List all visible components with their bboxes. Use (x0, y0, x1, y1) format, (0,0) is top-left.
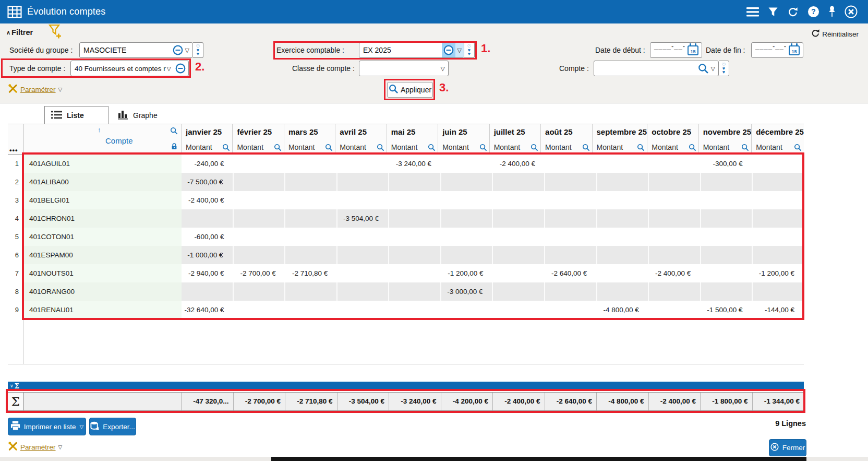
amount-cell[interactable]: -4 800,00 € (596, 301, 648, 319)
parametrer-link[interactable]: Paramétrer ▽ (8, 84, 62, 96)
chevron-down-icon[interactable]: ▽ (455, 43, 464, 57)
amount-cell[interactable] (285, 301, 337, 319)
amount-cell[interactable] (284, 173, 336, 191)
amount-cell[interactable] (492, 209, 544, 228)
amount-cell[interactable]: -2 400,00 € (493, 155, 545, 173)
account-cell[interactable]: 401AGUIL01 (24, 155, 182, 173)
amount-cell[interactable]: -2 400,00 € (182, 191, 233, 209)
amount-cell[interactable] (545, 301, 596, 319)
account-column-header[interactable]: ↑ Compte (24, 124, 182, 154)
amount-cell[interactable] (233, 209, 285, 228)
account-cell[interactable]: 401NOUTS01 (24, 264, 182, 282)
amount-cell[interactable] (182, 282, 233, 301)
amount-cell[interactable] (648, 173, 700, 191)
amount-cell[interactable] (596, 264, 648, 282)
amount-cell[interactable] (752, 209, 804, 228)
amount-cell[interactable] (596, 246, 648, 264)
amount-cell[interactable]: -1 200,00 € (441, 264, 492, 282)
amount-cell[interactable]: -2 400,00 € (648, 264, 700, 282)
chevron-down-icon[interactable]: ▽ (441, 65, 445, 72)
amount-cell[interactable]: -2 710,80 € (285, 264, 337, 282)
table-row[interactable]: 7401NOUTS01-2 940,00 €-2 700,00 €-2 710,… (8, 264, 804, 282)
amount-cell[interactable]: -1 500,00 € (700, 301, 752, 319)
amount-cell[interactable] (700, 264, 752, 282)
classe-compte-select[interactable]: ▽ (359, 61, 449, 76)
account-cell[interactable]: 401ALIBA00 (24, 173, 182, 191)
lock-icon[interactable] (171, 143, 177, 152)
chevron-down-icon[interactable]: ▽ (167, 65, 171, 72)
chevron-down-icon[interactable]: ▽ (711, 65, 715, 72)
amount-cell[interactable] (284, 282, 336, 301)
search-icon[interactable] (222, 144, 230, 151)
amount-cell[interactable] (596, 191, 648, 209)
amount-cell[interactable] (700, 246, 752, 264)
amount-cell[interactable] (545, 228, 596, 246)
amount-cell[interactable] (544, 209, 596, 228)
amount-cell[interactable] (648, 209, 700, 228)
search-icon[interactable] (325, 144, 333, 151)
month-column-header[interactable]: février 25Montant (233, 124, 284, 154)
search-icon[interactable] (377, 144, 384, 151)
amount-cell[interactable]: -300,00 € (700, 155, 752, 173)
amount-cell[interactable] (492, 173, 544, 191)
search-icon[interactable] (274, 144, 282, 151)
calendar-icon[interactable]: 15 (688, 45, 698, 55)
amount-cell[interactable]: -32 640,00 € (182, 301, 233, 319)
totals-collapse-bar[interactable]: ∨ Σ (8, 382, 804, 390)
amount-cell[interactable] (752, 282, 804, 301)
amount-cell[interactable] (388, 282, 440, 301)
account-cell[interactable]: 401RENAU01 (24, 301, 182, 319)
table-row[interactable]: 5401COTON01-600,00 € (8, 228, 804, 246)
amount-cell[interactable] (752, 173, 804, 191)
table-row[interactable]: 6401ESPAM00-1 000,00 € (8, 246, 804, 264)
amount-cell[interactable] (233, 282, 285, 301)
amount-cell[interactable] (596, 155, 648, 173)
amount-cell[interactable] (648, 246, 700, 264)
amount-cell[interactable]: -240,00 € (182, 155, 233, 173)
menu-icon[interactable] (746, 7, 759, 17)
amount-cell[interactable] (648, 282, 700, 301)
amount-cell[interactable] (388, 209, 440, 228)
parametrer-link-bottom[interactable]: Paramétrer ▽ (8, 441, 62, 453)
search-icon[interactable] (170, 127, 178, 137)
amount-cell[interactable] (596, 209, 648, 228)
month-column-header[interactable]: octobre 25Montant (647, 124, 698, 154)
table-row[interactable]: 4401CHRON01-3 504,00 € (8, 209, 804, 228)
amount-cell[interactable]: -2 640,00 € (545, 264, 596, 282)
minus-circle-icon[interactable] (175, 63, 186, 74)
amount-cell[interactable] (648, 191, 700, 209)
chevron-down-icon[interactable]: ▽ (185, 47, 189, 54)
refresh-icon[interactable] (787, 6, 799, 18)
amount-cell[interactable] (388, 173, 440, 191)
amount-cell[interactable] (648, 301, 700, 319)
amount-cell[interactable]: -1 200,00 € (752, 264, 804, 282)
amount-cell[interactable] (700, 228, 752, 246)
amount-cell[interactable] (285, 155, 337, 173)
amount-cell[interactable] (440, 173, 492, 191)
month-column-header[interactable]: août 25Montant (541, 124, 592, 154)
amount-cell[interactable] (492, 246, 544, 264)
month-column-header[interactable]: décembre 25Montant (752, 124, 804, 154)
amount-cell[interactable]: -2 940,00 € (182, 264, 233, 282)
amount-cell[interactable] (648, 228, 700, 246)
compte-input[interactable]: ▽ (594, 61, 719, 76)
search-icon[interactable] (794, 144, 802, 151)
amount-cell[interactable] (336, 282, 389, 301)
amount-cell[interactable] (233, 191, 285, 209)
amount-cell[interactable] (441, 228, 492, 246)
search-icon[interactable] (428, 144, 436, 151)
amount-cell[interactable] (493, 191, 545, 209)
amount-cell[interactable]: -2 700,00 € (233, 264, 285, 282)
close-icon[interactable] (845, 5, 858, 18)
pin-icon[interactable] (828, 6, 836, 18)
amount-cell[interactable]: -1 000,00 € (182, 246, 233, 264)
reset-button[interactable]: Réinitialiser (811, 29, 859, 39)
table-row[interactable]: 3401BELGI01-2 400,00 € (8, 191, 804, 209)
add-filter-icon[interactable] (49, 24, 63, 41)
month-column-header[interactable]: janvier 25Montant (182, 124, 233, 154)
search-icon[interactable] (637, 144, 645, 151)
tab-liste[interactable]: Liste (44, 106, 108, 124)
amount-cell[interactable]: -600,00 € (182, 228, 233, 246)
amount-cell[interactable]: -3 000,00 € (440, 282, 492, 301)
compte-spinner[interactable]: ♡♥♥ (719, 61, 729, 76)
